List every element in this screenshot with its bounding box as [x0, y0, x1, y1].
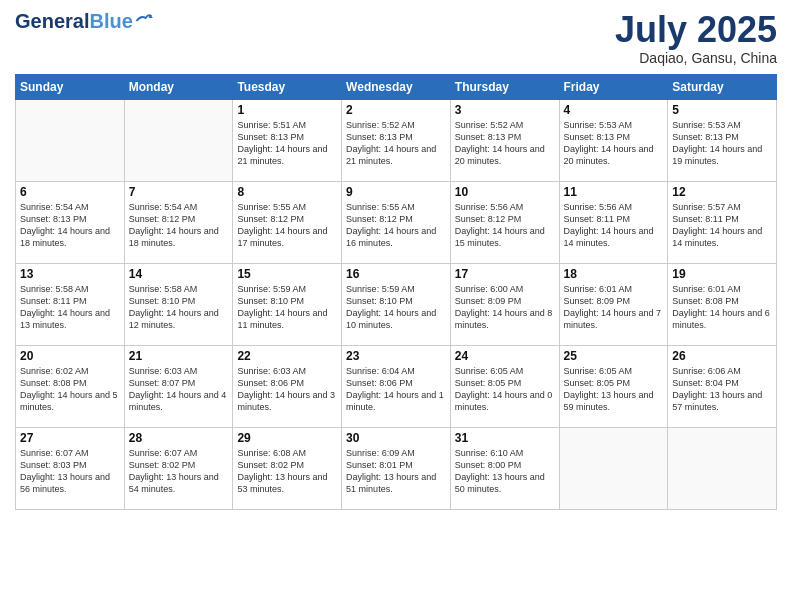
- calendar-cell: 23Sunrise: 6:04 AM Sunset: 8:06 PM Dayli…: [342, 345, 451, 427]
- logo: GeneralBlue: [15, 10, 153, 32]
- calendar-cell: 20Sunrise: 6:02 AM Sunset: 8:08 PM Dayli…: [16, 345, 125, 427]
- day-number: 9: [346, 185, 446, 199]
- cell-info: Sunrise: 6:07 AM Sunset: 8:03 PM Dayligh…: [20, 447, 120, 496]
- calendar-cell: [124, 99, 233, 181]
- weekday-header: Wednesday: [342, 74, 451, 99]
- cell-info: Sunrise: 5:54 AM Sunset: 8:12 PM Dayligh…: [129, 201, 229, 250]
- day-number: 11: [564, 185, 664, 199]
- cell-info: Sunrise: 6:09 AM Sunset: 8:01 PM Dayligh…: [346, 447, 446, 496]
- day-number: 5: [672, 103, 772, 117]
- day-number: 8: [237, 185, 337, 199]
- weekday-header: Tuesday: [233, 74, 342, 99]
- cell-info: Sunrise: 5:55 AM Sunset: 8:12 PM Dayligh…: [237, 201, 337, 250]
- day-number: 4: [564, 103, 664, 117]
- calendar-cell: 16Sunrise: 5:59 AM Sunset: 8:10 PM Dayli…: [342, 263, 451, 345]
- calendar-week-row: 20Sunrise: 6:02 AM Sunset: 8:08 PM Dayli…: [16, 345, 777, 427]
- cell-info: Sunrise: 5:52 AM Sunset: 8:13 PM Dayligh…: [346, 119, 446, 168]
- day-number: 3: [455, 103, 555, 117]
- calendar-cell: 18Sunrise: 6:01 AM Sunset: 8:09 PM Dayli…: [559, 263, 668, 345]
- calendar-cell: [559, 427, 668, 509]
- weekday-header: Friday: [559, 74, 668, 99]
- calendar-cell: 25Sunrise: 6:05 AM Sunset: 8:05 PM Dayli…: [559, 345, 668, 427]
- cell-info: Sunrise: 5:58 AM Sunset: 8:11 PM Dayligh…: [20, 283, 120, 332]
- calendar-week-row: 27Sunrise: 6:07 AM Sunset: 8:03 PM Dayli…: [16, 427, 777, 509]
- calendar: SundayMondayTuesdayWednesdayThursdayFrid…: [15, 74, 777, 510]
- weekday-header-row: SundayMondayTuesdayWednesdayThursdayFrid…: [16, 74, 777, 99]
- day-number: 19: [672, 267, 772, 281]
- calendar-cell: 6Sunrise: 5:54 AM Sunset: 8:13 PM Daylig…: [16, 181, 125, 263]
- calendar-cell: 7Sunrise: 5:54 AM Sunset: 8:12 PM Daylig…: [124, 181, 233, 263]
- calendar-cell: 26Sunrise: 6:06 AM Sunset: 8:04 PM Dayli…: [668, 345, 777, 427]
- calendar-cell: 8Sunrise: 5:55 AM Sunset: 8:12 PM Daylig…: [233, 181, 342, 263]
- day-number: 20: [20, 349, 120, 363]
- day-number: 18: [564, 267, 664, 281]
- calendar-cell: 13Sunrise: 5:58 AM Sunset: 8:11 PM Dayli…: [16, 263, 125, 345]
- calendar-cell: 10Sunrise: 5:56 AM Sunset: 8:12 PM Dayli…: [450, 181, 559, 263]
- cell-info: Sunrise: 6:07 AM Sunset: 8:02 PM Dayligh…: [129, 447, 229, 496]
- header: GeneralBlue July 2025 Daqiao, Gansu, Chi…: [15, 10, 777, 66]
- calendar-cell: 11Sunrise: 5:56 AM Sunset: 8:11 PM Dayli…: [559, 181, 668, 263]
- cell-info: Sunrise: 6:03 AM Sunset: 8:06 PM Dayligh…: [237, 365, 337, 414]
- cell-info: Sunrise: 6:08 AM Sunset: 8:02 PM Dayligh…: [237, 447, 337, 496]
- calendar-cell: 4Sunrise: 5:53 AM Sunset: 8:13 PM Daylig…: [559, 99, 668, 181]
- day-number: 1: [237, 103, 337, 117]
- day-number: 24: [455, 349, 555, 363]
- calendar-cell: 19Sunrise: 6:01 AM Sunset: 8:08 PM Dayli…: [668, 263, 777, 345]
- cell-info: Sunrise: 5:55 AM Sunset: 8:12 PM Dayligh…: [346, 201, 446, 250]
- cell-info: Sunrise: 6:02 AM Sunset: 8:08 PM Dayligh…: [20, 365, 120, 414]
- weekday-header: Monday: [124, 74, 233, 99]
- day-number: 17: [455, 267, 555, 281]
- weekday-header: Sunday: [16, 74, 125, 99]
- day-number: 30: [346, 431, 446, 445]
- cell-info: Sunrise: 5:54 AM Sunset: 8:13 PM Dayligh…: [20, 201, 120, 250]
- calendar-cell: 29Sunrise: 6:08 AM Sunset: 8:02 PM Dayli…: [233, 427, 342, 509]
- calendar-cell: 2Sunrise: 5:52 AM Sunset: 8:13 PM Daylig…: [342, 99, 451, 181]
- day-number: 29: [237, 431, 337, 445]
- calendar-cell: 22Sunrise: 6:03 AM Sunset: 8:06 PM Dayli…: [233, 345, 342, 427]
- day-number: 16: [346, 267, 446, 281]
- cell-info: Sunrise: 6:01 AM Sunset: 8:08 PM Dayligh…: [672, 283, 772, 332]
- calendar-week-row: 1Sunrise: 5:51 AM Sunset: 8:13 PM Daylig…: [16, 99, 777, 181]
- calendar-cell: [668, 427, 777, 509]
- day-number: 7: [129, 185, 229, 199]
- calendar-week-row: 13Sunrise: 5:58 AM Sunset: 8:11 PM Dayli…: [16, 263, 777, 345]
- day-number: 6: [20, 185, 120, 199]
- calendar-cell: 31Sunrise: 6:10 AM Sunset: 8:00 PM Dayli…: [450, 427, 559, 509]
- day-number: 15: [237, 267, 337, 281]
- calendar-cell: 15Sunrise: 5:59 AM Sunset: 8:10 PM Dayli…: [233, 263, 342, 345]
- cell-info: Sunrise: 5:52 AM Sunset: 8:13 PM Dayligh…: [455, 119, 555, 168]
- cell-info: Sunrise: 6:05 AM Sunset: 8:05 PM Dayligh…: [564, 365, 664, 414]
- cell-info: Sunrise: 6:00 AM Sunset: 8:09 PM Dayligh…: [455, 283, 555, 332]
- day-number: 14: [129, 267, 229, 281]
- calendar-cell: 9Sunrise: 5:55 AM Sunset: 8:12 PM Daylig…: [342, 181, 451, 263]
- cell-info: Sunrise: 6:04 AM Sunset: 8:06 PM Dayligh…: [346, 365, 446, 414]
- day-number: 22: [237, 349, 337, 363]
- calendar-cell: [16, 99, 125, 181]
- day-number: 23: [346, 349, 446, 363]
- cell-info: Sunrise: 5:59 AM Sunset: 8:10 PM Dayligh…: [346, 283, 446, 332]
- day-number: 25: [564, 349, 664, 363]
- calendar-cell: 14Sunrise: 5:58 AM Sunset: 8:10 PM Dayli…: [124, 263, 233, 345]
- day-number: 10: [455, 185, 555, 199]
- weekday-header: Saturday: [668, 74, 777, 99]
- cell-info: Sunrise: 5:59 AM Sunset: 8:10 PM Dayligh…: [237, 283, 337, 332]
- cell-info: Sunrise: 5:53 AM Sunset: 8:13 PM Dayligh…: [672, 119, 772, 168]
- title-block: July 2025 Daqiao, Gansu, China: [615, 10, 777, 66]
- calendar-cell: 27Sunrise: 6:07 AM Sunset: 8:03 PM Dayli…: [16, 427, 125, 509]
- day-number: 28: [129, 431, 229, 445]
- day-number: 13: [20, 267, 120, 281]
- calendar-cell: 3Sunrise: 5:52 AM Sunset: 8:13 PM Daylig…: [450, 99, 559, 181]
- cell-info: Sunrise: 6:03 AM Sunset: 8:07 PM Dayligh…: [129, 365, 229, 414]
- cell-info: Sunrise: 5:53 AM Sunset: 8:13 PM Dayligh…: [564, 119, 664, 168]
- calendar-cell: 28Sunrise: 6:07 AM Sunset: 8:02 PM Dayli…: [124, 427, 233, 509]
- location-subtitle: Daqiao, Gansu, China: [615, 50, 777, 66]
- day-number: 2: [346, 103, 446, 117]
- cell-info: Sunrise: 6:05 AM Sunset: 8:05 PM Dayligh…: [455, 365, 555, 414]
- cell-info: Sunrise: 6:01 AM Sunset: 8:09 PM Dayligh…: [564, 283, 664, 332]
- logo-icon: [135, 12, 153, 30]
- day-number: 27: [20, 431, 120, 445]
- cell-info: Sunrise: 5:58 AM Sunset: 8:10 PM Dayligh…: [129, 283, 229, 332]
- calendar-cell: 5Sunrise: 5:53 AM Sunset: 8:13 PM Daylig…: [668, 99, 777, 181]
- calendar-cell: 30Sunrise: 6:09 AM Sunset: 8:01 PM Dayli…: [342, 427, 451, 509]
- cell-info: Sunrise: 5:56 AM Sunset: 8:11 PM Dayligh…: [564, 201, 664, 250]
